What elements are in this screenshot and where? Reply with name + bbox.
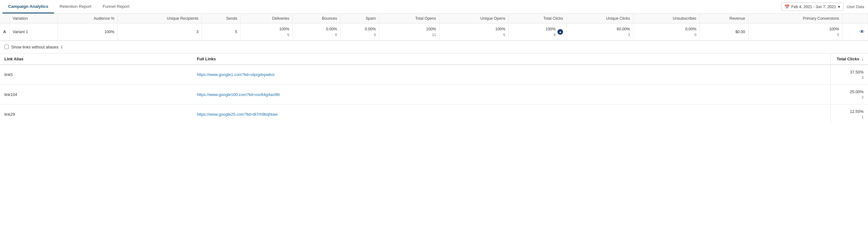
link-alias-3: link29 <box>0 105 192 124</box>
unique-opens-pct: 100% <box>495 27 505 32</box>
analytics-table: Variation Audience % Unique Recipients S… <box>0 14 868 40</box>
unique-clicks-num: 3 <box>628 32 630 37</box>
col-header-variation: Variation <box>9 14 58 24</box>
link-anchor-3[interactable]: https://www.google25.com?lid=t87rh9bqhta… <box>197 112 277 117</box>
primary-conversions-num: 5 <box>837 32 839 37</box>
col-full-links: Full Links <box>192 53 831 65</box>
link-anchor-1[interactable]: https://www.google1.com?lid=olprgdxpwkor <box>197 72 275 77</box>
col-header-revenue: Revenue <box>700 14 748 24</box>
row-deliveries: 100% 5 <box>241 24 293 40</box>
tabs-bar: Campaign Analytics Retention Report Funn… <box>0 0 868 14</box>
link-clicks-3: 12.50% 1 <box>831 105 868 124</box>
total-clicks-num: 8 <box>554 32 556 37</box>
row-audience-pct: 100% <box>58 24 118 40</box>
link-clicks-pct-3: 12.50% <box>850 109 864 114</box>
link-anchor-2[interactable]: https://www.google100.com?lid=oor84g4ao9… <box>197 92 280 97</box>
link-url-1[interactable]: https://www.google1.com?lid=olprgdxpwkor <box>192 65 831 85</box>
col-header-unsubscribes: Unsubscribes <box>633 14 700 24</box>
link-clicks-2: 25.00% 2 <box>831 84 868 104</box>
col-header-empty1 <box>0 14 9 24</box>
calendar-icon: 📅 <box>784 4 789 9</box>
total-opens-num: 11 <box>432 32 436 37</box>
spam-num: 0 <box>374 32 376 37</box>
link-row-2: link104 https://www.google100.com?lid=oo… <box>0 84 868 104</box>
sort-desc-icon: ↓ <box>862 57 864 61</box>
link-clicks-pct-1: 37.50% <box>850 69 864 75</box>
row-revenue: $0.00 <box>700 24 748 40</box>
show-links-checkbox[interactable] <box>4 45 9 49</box>
unique-clicks-pct: 60.00% <box>617 27 630 32</box>
col-header-unique-recipients: Unique Recipients <box>118 14 202 24</box>
link-url-3[interactable]: https://www.google25.com?lid=t87rh9bqhta… <box>192 105 831 124</box>
deliveries-pct: 100% <box>279 27 289 32</box>
link-url-2[interactable]: https://www.google100.com?lid=oor84g4ao9… <box>192 84 831 104</box>
user-data-label[interactable]: User Data <box>847 5 864 9</box>
col-header-empty2 <box>842 14 868 24</box>
link-clicks-num-3: 1 <box>862 114 864 119</box>
col-header-primary-conversions: Primary Conversions <box>748 14 842 24</box>
total-clicks-header-label: Total Clicks <box>837 57 859 61</box>
row-sends: 5 <box>202 24 241 40</box>
col-total-clicks[interactable]: Total Clicks ↓ <box>831 53 868 65</box>
link-row-3: link29 https://www.google25.com?lid=t87r… <box>0 105 868 124</box>
row-variation: Variant 1 <box>9 24 58 40</box>
link-clicks-num-1: 3 <box>862 75 864 80</box>
row-primary-conversions: 100% 5 <box>748 24 842 40</box>
unique-opens-num: 5 <box>503 32 505 37</box>
link-clicks-1: 37.50% 3 <box>831 65 868 85</box>
row-label: A <box>0 24 9 40</box>
col-header-total-opens: Total Opens <box>379 14 439 24</box>
tab-funnel-report[interactable]: Funnel Report <box>97 0 135 13</box>
tab-campaign-analytics[interactable]: Campaign Analytics <box>2 0 54 13</box>
row-unsubscribes: 0.00% 0 <box>633 24 700 40</box>
deliveries-num: 5 <box>287 32 289 37</box>
row-total-opens: 100% 11 <box>379 24 439 40</box>
link-row-1: link5 https://www.google1.com?lid=olprgd… <box>0 65 868 85</box>
col-header-total-clicks: Total Clicks <box>509 14 566 24</box>
col-header-unique-opens: Unique Opens <box>439 14 509 24</box>
col-header-sends: Sends <box>202 14 241 24</box>
col-header-unique-clicks: Unique Clicks <box>566 14 633 24</box>
links-table-wrap: Link Alias Full Links Total Clicks ↓ lin… <box>0 53 868 124</box>
show-links-row: Show links without aliases ℹ <box>0 41 868 53</box>
link-alias-2: link104 <box>0 84 192 104</box>
row-unique-recipients: 3 <box>118 24 202 40</box>
bounces-num: 0 <box>335 32 337 37</box>
col-link-alias: Link Alias <box>0 53 192 65</box>
tab-retention-report[interactable]: Retention Report <box>54 0 97 13</box>
col-header-deliveries: Deliveries <box>241 14 293 24</box>
primary-conversions-pct: 100% <box>829 27 839 32</box>
tabs-right: 📅 Feb 4, 2021 - Jun 7, 2021 ▾ User Data <box>777 0 868 13</box>
chevron-down-icon: ▾ <box>838 4 840 9</box>
row-total-clicks: 100% 8 ▲ <box>509 24 566 40</box>
unsubscribes-num: 0 <box>694 32 696 37</box>
tabs-left: Campaign Analytics Retention Report Funn… <box>2 0 135 13</box>
eye-icon[interactable]: 👁 <box>860 29 865 34</box>
row-unique-clicks: 60.00% 3 <box>566 24 633 40</box>
link-clicks-pct-2: 25.00% <box>850 89 864 95</box>
trend-up-icon: ▲ <box>557 29 563 35</box>
spam-pct: 0.00% <box>365 27 376 32</box>
analytics-table-wrap: Variation Audience % Unique Recipients S… <box>0 14 868 41</box>
show-links-label: Show links without aliases <box>11 45 58 49</box>
bounces-pct: 0.00% <box>326 27 337 32</box>
total-clicks-pct: 100% <box>546 27 556 32</box>
link-alias-1: link5 <box>0 65 192 85</box>
col-header-bounces: Bounces <box>292 14 340 24</box>
row-bounces: 0.00% 0 <box>292 24 340 40</box>
total-opens-pct: 100% <box>426 27 436 32</box>
row-unique-opens: 100% 5 <box>439 24 509 40</box>
row-eye-action[interactable]: 👁 <box>842 24 868 40</box>
date-range-button[interactable]: 📅 Feb 4, 2021 - Jun 7, 2021 ▾ <box>781 2 844 11</box>
unsubscribes-pct: 0.00% <box>685 27 696 32</box>
info-icon[interactable]: ℹ <box>61 45 62 49</box>
row-spam: 0.00% 0 <box>340 24 379 40</box>
links-table: Link Alias Full Links Total Clicks ↓ lin… <box>0 53 868 124</box>
table-row: A Variant 1 100% 3 5 100% 5 0.00% 0 <box>0 24 868 40</box>
link-clicks-num-2: 2 <box>862 95 864 100</box>
date-range-label: Feb 4, 2021 - Jun 7, 2021 <box>792 5 836 9</box>
col-header-audience-pct: Audience % <box>58 14 118 24</box>
col-header-spam: Spam <box>340 14 379 24</box>
